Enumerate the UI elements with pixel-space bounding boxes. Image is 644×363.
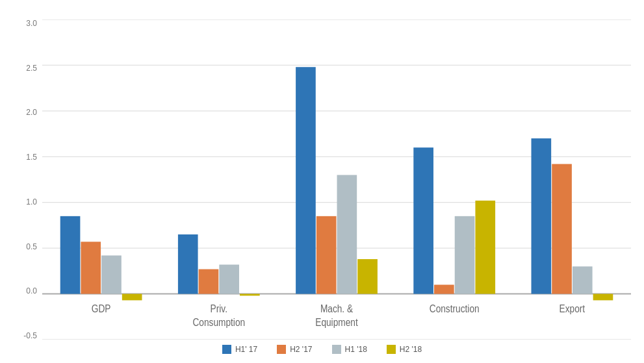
legend-label: H1' 17: [235, 345, 257, 354]
category-label: Priv.: [211, 303, 227, 315]
legend-color-box: [222, 345, 231, 354]
category-label: Mach. &: [320, 303, 353, 315]
category-label-2: Consumption: [192, 316, 245, 329]
category-label-2: Equipment: [315, 316, 358, 329]
y-axis: 3.02.52.01.51.00.50.0-0.5: [13, 19, 42, 340]
legend-item: H1' 17: [222, 345, 257, 354]
legend-label: H1 '18: [345, 345, 367, 354]
bar: [552, 164, 572, 294]
chart-svg: GDPPriv.ConsumptionMach. &EquipmentConst…: [42, 19, 631, 340]
bar: [178, 234, 198, 294]
y-axis-label: 1.0: [26, 198, 37, 206]
chart-area: 3.02.52.01.51.00.50.0-0.5 GDPPriv.Consum…: [13, 19, 631, 357]
category-label: Construction: [430, 303, 480, 315]
y-axis-label: 0.0: [26, 287, 37, 295]
bar: [219, 264, 239, 294]
category-label: GDP: [92, 303, 111, 315]
legend-color-box: [277, 345, 286, 354]
bar: [573, 266, 593, 294]
bar: [101, 255, 122, 294]
bar: [316, 216, 337, 294]
legend-color-box: [332, 345, 341, 354]
bar: [337, 175, 357, 294]
bar: [357, 259, 378, 294]
bar: [81, 242, 101, 294]
bar: [593, 294, 613, 301]
bar: [240, 294, 260, 296]
bar: [532, 138, 552, 294]
y-axis-label: 1.5: [26, 153, 37, 161]
category-label: Export: [560, 303, 586, 315]
y-axis-label: 2.5: [26, 64, 37, 72]
bar: [475, 201, 495, 294]
legend-item: H2 '18: [387, 345, 422, 354]
bar: [122, 294, 142, 301]
bar: [296, 67, 316, 294]
chart-container: 3.02.52.01.51.00.50.0-0.5 GDPPriv.Consum…: [0, 0, 644, 363]
y-axis-label: 2.0: [26, 108, 37, 116]
y-axis-label: 0.5: [26, 243, 37, 251]
bar: [455, 216, 475, 294]
y-axis-label: -0.5: [23, 332, 37, 340]
y-axis-label: 3.0: [26, 19, 37, 27]
legend-item: H1 '18: [332, 345, 367, 354]
plot-section: 3.02.52.01.51.00.50.0-0.5 GDPPriv.Consum…: [13, 19, 631, 340]
bar: [60, 216, 81, 294]
bar: [434, 284, 454, 294]
bar: [199, 269, 219, 294]
legend-label: H2 '17: [290, 345, 312, 354]
legend-item: H2 '17: [277, 345, 312, 354]
legend-color-box: [387, 345, 396, 354]
legend: H1' 17H2 '17H1 '18H2 '18: [13, 340, 631, 357]
legend-label: H2 '18: [400, 345, 422, 354]
bar: [413, 147, 433, 294]
plot-area: GDPPriv.ConsumptionMach. &EquipmentConst…: [42, 19, 631, 340]
